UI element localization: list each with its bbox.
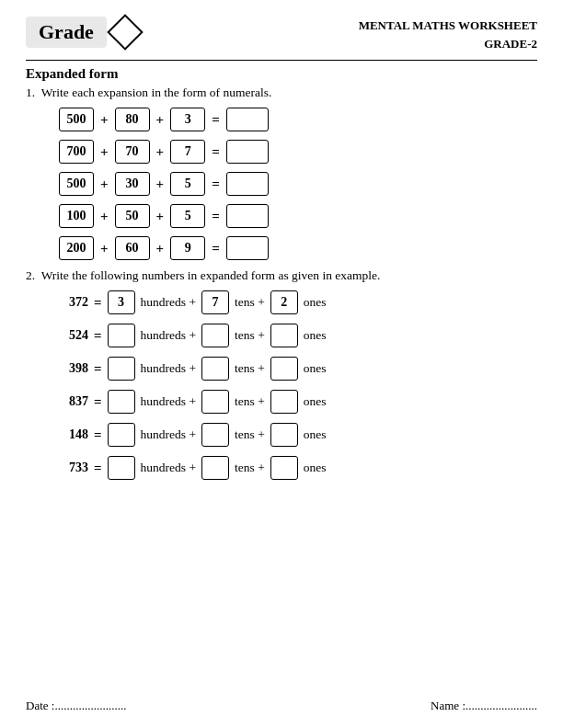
q1-r3-p1: 500 — [59, 172, 94, 196]
q1-r3-answer[interactable] — [226, 172, 269, 196]
q2-837-t[interactable] — [201, 390, 229, 414]
q2-398-ones: ones — [304, 361, 327, 376]
header-title: MENTAL MATHS WORKSHEET GRADE-2 — [359, 17, 537, 52]
q1-r4-p3: 5 — [170, 204, 205, 228]
q2-row-733: 733 = hundreds + tens + ones — [59, 456, 537, 480]
q1-instruction: 1. Write each expansion in the form of n… — [26, 85, 537, 100]
q2-837-tens: tens + — [235, 394, 265, 409]
q1-r1-p1: 500 — [59, 108, 94, 131]
q2-398-number: 398 — [59, 361, 88, 376]
q2-398-o[interactable] — [270, 357, 298, 381]
title-line2: GRADE-2 — [359, 35, 537, 53]
q1-r5-p3: 9 — [170, 236, 205, 260]
q2-733-tens: tens + — [235, 461, 265, 475]
q2-524-hundreds: hundreds + — [141, 328, 196, 343]
q1-r2-p1: 700 — [59, 140, 94, 164]
q1-r5-p2: 60 — [115, 236, 150, 260]
q2-837-number: 837 — [59, 394, 88, 409]
q2-ex-number: 372 — [59, 295, 88, 310]
q2-instruction: 2. Write the following numbers in expand… — [26, 268, 537, 283]
q1-text: Write each expansion in the form of nume… — [41, 85, 272, 99]
grade-box: Grade — [26, 17, 138, 48]
q1-row-5: 200 + 60 + 9 = — [59, 236, 537, 260]
q1-r4-p2: 50 — [115, 204, 150, 228]
q1-r1-p3: 3 — [170, 108, 205, 131]
q2-837-h[interactable] — [108, 390, 135, 414]
q1-r3-p2: 30 — [115, 172, 150, 196]
q1-label: 1. — [26, 85, 35, 99]
q2-row-837: 837 = hundreds + tens + ones — [59, 390, 537, 414]
q2-398-t[interactable] — [201, 357, 229, 381]
q2-148-o[interactable] — [270, 423, 298, 447]
q2-837-o[interactable] — [270, 390, 298, 414]
q2-524-tens: tens + — [235, 328, 265, 343]
q2-ex-h: 3 — [108, 290, 135, 314]
q2-row-148: 148 = hundreds + tens + ones — [59, 423, 537, 447]
footer: Date :........................ Name :...… — [26, 699, 537, 713]
q2-837-hundreds: hundreds + — [141, 394, 196, 409]
q1-r2-answer[interactable] — [226, 140, 269, 164]
q2-tens-label: tens + — [235, 295, 265, 310]
q2-733-hundreds: hundreds + — [141, 461, 196, 475]
q1-r4-p1: 100 — [59, 204, 94, 228]
q2-label: 2. — [26, 268, 35, 282]
section-title: Expanded form — [26, 66, 537, 82]
q2-733-o[interactable] — [270, 456, 298, 480]
q2-hundreds-label: hundreds + — [141, 295, 196, 310]
q2-524-o[interactable] — [270, 324, 298, 347]
q2-398-h[interactable] — [108, 357, 135, 381]
q2-398-tens: tens + — [235, 361, 265, 376]
q1-row-2: 700 + 70 + 7 = — [59, 140, 537, 164]
q2-733-ones: ones — [304, 461, 327, 475]
diamond-icon — [107, 14, 144, 51]
q1-r1-answer[interactable] — [226, 108, 269, 131]
q2-rows: 372 = 3 hundreds + 7 tens + 2 ones 524 =… — [59, 290, 537, 480]
q2-148-t[interactable] — [201, 423, 229, 447]
q2-398-hundreds: hundreds + — [141, 361, 196, 376]
q2-148-tens: tens + — [235, 427, 265, 442]
q1-r5-answer[interactable] — [226, 236, 269, 260]
name-label: Name :........................ — [431, 699, 537, 713]
q2-524-ones: ones — [304, 328, 327, 343]
q1-r4-answer[interactable] — [226, 204, 269, 228]
q2-ex-t: 7 — [201, 290, 229, 314]
q1-r3-p3: 5 — [170, 172, 205, 196]
q2-row-398: 398 = hundreds + tens + ones — [59, 357, 537, 381]
q2-524-h[interactable] — [108, 324, 135, 347]
q2-733-h[interactable] — [108, 456, 135, 480]
q1-r5-p1: 200 — [59, 236, 94, 260]
page: Grade MENTAL MATHS WORKSHEET GRADE-2 Exp… — [0, 0, 563, 728]
q1-rows: 500 + 80 + 3 = 700 + 70 + 7 = 500 + 30 +… — [59, 108, 537, 260]
q1-r1-p2: 80 — [115, 108, 150, 131]
q1-row-3: 500 + 30 + 5 = — [59, 172, 537, 196]
date-label: Date :........................ — [26, 699, 126, 713]
q2-524-number: 524 — [59, 328, 88, 343]
q2-ones-label: ones — [304, 295, 327, 310]
q1-r2-p3: 7 — [170, 140, 205, 164]
q2-837-ones: ones — [304, 394, 327, 409]
q2-text: Write the following numbers in expanded … — [41, 268, 381, 282]
q2-row-524: 524 = hundreds + tens + ones — [59, 324, 537, 347]
q2-733-t[interactable] — [201, 456, 229, 480]
q2-148-hundreds: hundreds + — [141, 427, 196, 442]
grade-label: Grade — [26, 17, 107, 48]
q1-row-1: 500 + 80 + 3 = — [59, 108, 537, 131]
q1-r2-p2: 70 — [115, 140, 150, 164]
q2-524-t[interactable] — [201, 324, 229, 347]
q2-733-number: 733 — [59, 461, 88, 475]
q2-148-number: 148 — [59, 427, 88, 442]
q2-148-h[interactable] — [108, 423, 135, 447]
title-line1: MENTAL MATHS WORKSHEET — [359, 17, 537, 35]
q1-row-4: 100 + 50 + 5 = — [59, 204, 537, 228]
q2-ex-o: 2 — [270, 290, 298, 314]
q2-row-example: 372 = 3 hundreds + 7 tens + 2 ones — [59, 290, 537, 314]
q2-148-ones: ones — [304, 427, 327, 442]
header-divider — [26, 60, 537, 61]
header: Grade MENTAL MATHS WORKSHEET GRADE-2 — [26, 17, 537, 52]
